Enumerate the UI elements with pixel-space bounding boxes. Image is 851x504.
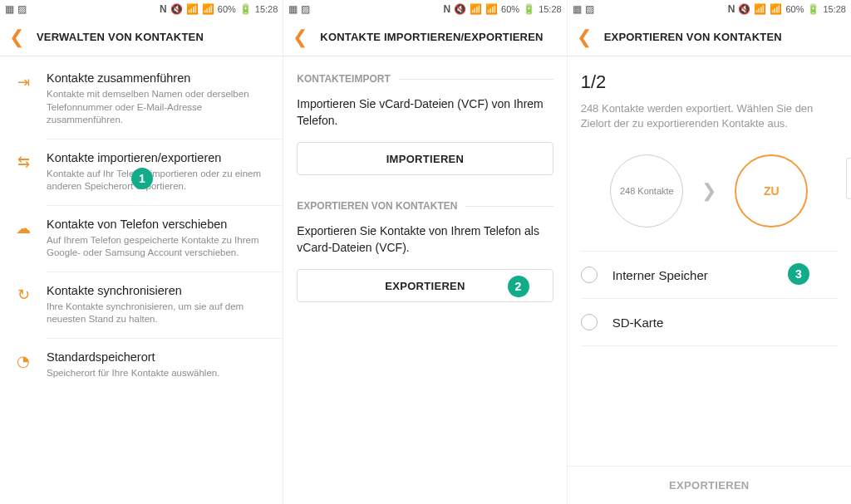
export-confirm-button[interactable]: EXPORTIEREN (568, 466, 851, 504)
battery-pct: 60% (785, 4, 804, 14)
screenshot-icon-2: ▨ (585, 4, 594, 14)
clock: 15:28 (539, 4, 562, 14)
back-button[interactable]: ❮ (288, 27, 312, 48)
list-item-import-export[interactable]: ⇆ Kontakte importieren/exportieren Konta… (0, 139, 283, 206)
screenshot-icon: ▦ (573, 4, 582, 14)
nfc-icon: N (443, 4, 450, 14)
export-button-label: EXPORTIEREN (385, 280, 465, 292)
option-label: Interner Speicher (612, 268, 708, 282)
nfc-icon: N (160, 4, 167, 14)
source-dest-diagram: 248 Kontakte ❯ ZU (581, 149, 838, 252)
status-bar: ▦ ▨ N 🔇 📶 📶 60% 🔋 15:28 (283, 0, 566, 18)
section-label-text: KONTAKTEIMPORT (297, 73, 390, 85)
step-badge-1: 1 (131, 168, 153, 189)
list-item-sub: Ihre Kontakte synchronisieren, um sie au… (47, 301, 271, 326)
step-badge-3: 3 (788, 263, 809, 285)
destination-circle[interactable]: ZU (735, 154, 808, 228)
mute-icon: 🔇 (170, 4, 183, 14)
list-item-default-storage[interactable]: ◔ Standardspeicherort Speicherort für Ih… (0, 339, 283, 392)
list-item-sub: Speicherort für Ihre Kontakte auswählen. (47, 367, 271, 380)
section-rule (399, 79, 553, 80)
clock: 15:28 (255, 4, 278, 14)
wifi-icon: 📶 (186, 4, 199, 14)
import-export-icon: ⇆ (0, 139, 47, 171)
section-export-label: EXPORTIEREN VON KONTAKTEN (283, 183, 566, 212)
back-button[interactable]: ❮ (5, 27, 28, 48)
storage-icon: ◔ (0, 339, 47, 370)
status-bar: ▦ ▨ N 🔇 📶 📶 60% 🔋 15:28 (568, 0, 851, 18)
export-button[interactable]: EXPORTIEREN 2 (297, 269, 553, 302)
list-item-title: Kontakte zusammenführen (47, 71, 271, 85)
settings-list: ⇥ Kontakte zusammenführen Kontakte mit d… (0, 56, 283, 391)
nfc-icon: N (728, 4, 735, 14)
wifi-icon: 📶 (470, 4, 482, 14)
screen-manage-contacts: ▦ ▨ N 🔇 📶 📶 60% 🔋 15:28 ❮ VERWALTEN VON … (0, 0, 283, 504)
mute-icon: 🔇 (738, 4, 750, 14)
screen-export-contacts: ▦ ▨ N 🔇 📶 📶 60% 🔋 15:28 ❮ EXPORTIEREN VO… (568, 0, 851, 504)
screen-import-export: ▦ ▨ N 🔇 📶 📶 60% 🔋 15:28 ❮ KONTAKTE IMPOR… (283, 0, 567, 504)
status-bar: ▦ ▨ N 🔇 📶 📶 60% 🔋 15:28 (0, 0, 283, 18)
import-button[interactable]: IMPORTIEREN (297, 142, 553, 175)
option-internal-storage[interactable]: Interner Speicher 3 (581, 252, 838, 299)
edge-sliver (846, 158, 851, 199)
radio-icon (581, 267, 598, 283)
screenshot-icon-2: ▨ (301, 4, 310, 14)
list-item-title: Kontakte importieren/exportieren (47, 151, 271, 164)
chevron-right-icon: ❯ (701, 180, 716, 202)
signal-icon: 📶 (485, 4, 498, 14)
list-item-sub: Auf Ihrem Telefon gespeicherte Kontakte … (47, 234, 271, 260)
option-label: SD-Karte (612, 316, 664, 330)
page-title: KONTAKTE IMPORTIEREN/EXPORTIEREN (320, 31, 543, 43)
page-title: VERWALTEN VON KONTAKTEN (37, 31, 204, 43)
import-description: Importieren Sie vCard-Dateien (VCF) von … (283, 85, 566, 139)
battery-icon: 🔋 (523, 4, 535, 14)
list-item-sub: Kontakte mit demselben Namen oder dersel… (47, 88, 271, 127)
battery-pct: 60% (501, 4, 519, 14)
section-rule (465, 206, 553, 207)
list-item-title: Standardspeicherort (47, 350, 271, 364)
screenshot-icon: ▦ (288, 4, 298, 14)
sync-icon: ↻ (0, 272, 47, 304)
export-instructions: 248 Kontakte werden exportiert. Wählen S… (581, 101, 838, 131)
battery-icon: 🔋 (239, 4, 252, 14)
list-item-title: Kontakte von Telefon verschieben (47, 218, 271, 231)
header: ❮ KONTAKTE IMPORTIEREN/EXPORTIEREN (283, 18, 566, 56)
cloud-upload-icon: ☁ (0, 206, 47, 237)
mute-icon: 🔇 (454, 4, 466, 14)
signal-icon: 📶 (770, 4, 782, 14)
list-item-merge[interactable]: ⇥ Kontakte zusammenführen Kontakte mit d… (0, 60, 283, 139)
header: ❮ EXPORTIEREN VON KONTAKTEN (568, 18, 851, 56)
wifi-icon: 📶 (754, 4, 766, 14)
back-button[interactable]: ❮ (573, 27, 596, 48)
battery-icon: 🔋 (807, 4, 819, 14)
list-item-sync[interactable]: ↻ Kontakte synchronisieren Ihre Kontakte… (0, 272, 283, 339)
page-title: EXPORTIEREN VON KONTAKTEN (604, 31, 782, 43)
screenshot-icon-2: ▨ (17, 4, 27, 14)
source-circle: 248 Kontakte (610, 154, 683, 228)
section-import-label: KONTAKTEIMPORT (283, 56, 566, 85)
step-badge-2: 2 (508, 276, 529, 297)
clock: 15:28 (823, 4, 846, 14)
radio-icon (581, 314, 598, 330)
export-description: Exportieren Sie Kontakte von Ihrem Telef… (283, 212, 566, 266)
list-item-title: Kontakte synchronisieren (47, 284, 271, 297)
header: ❮ VERWALTEN VON KONTAKTEN (0, 18, 283, 56)
merge-icon: ⇥ (0, 60, 47, 91)
step-counter: 1/2 (581, 71, 838, 93)
battery-pct: 60% (218, 4, 236, 14)
section-label-text: EXPORTIEREN VON KONTAKTEN (297, 200, 457, 212)
list-item-sub: Kontakte auf Ihr Telefon importieren ode… (47, 168, 271, 193)
signal-icon: 📶 (202, 4, 214, 14)
option-sd-card[interactable]: SD-Karte (581, 299, 838, 346)
screenshot-icon: ▦ (5, 4, 14, 14)
list-item-move[interactable]: ☁ Kontakte von Telefon verschieben Auf I… (0, 206, 283, 272)
